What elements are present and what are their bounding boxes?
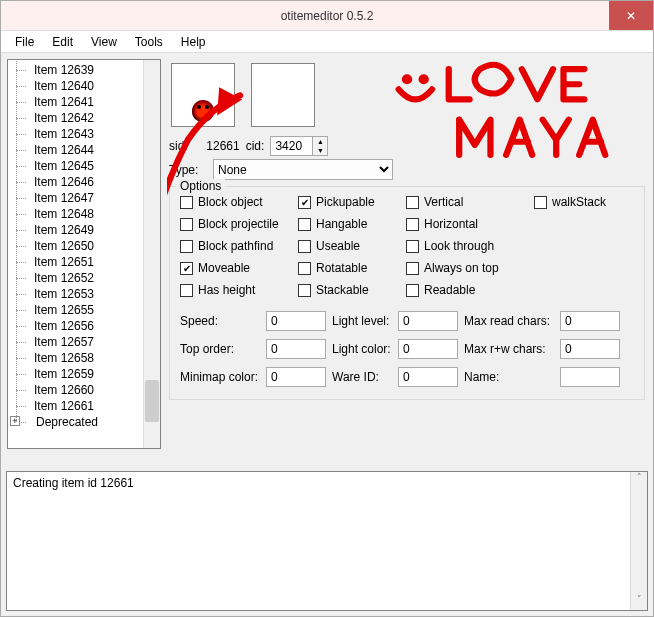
tree-scrollbar[interactable] (143, 60, 160, 448)
tree-item[interactable]: Item 12657 (8, 334, 143, 350)
check-stackable[interactable]: Stackable (298, 283, 398, 297)
tree-item[interactable]: Item 12656 (8, 318, 143, 334)
check-hangable[interactable]: Hangable (298, 217, 398, 231)
sid-value: 12661 (194, 139, 240, 153)
tree-item[interactable]: Item 12647 (8, 190, 143, 206)
check-walkstack[interactable]: walkStack (534, 195, 634, 209)
scroll-up-icon[interactable]: ˄ (631, 472, 647, 488)
tree-item[interactable]: Item 12641 (8, 94, 143, 110)
tree-item[interactable]: Item 12639 (8, 62, 143, 78)
properties-grid: Speed: Light level: Max read chars: Top … (180, 311, 634, 387)
scroll-down-icon[interactable]: ˅ (631, 594, 647, 610)
type-select[interactable]: None (213, 159, 393, 180)
tree-item[interactable]: Item 12658 (8, 350, 143, 366)
sid-cid-row: sid: 12661 cid: ▲▼ (169, 136, 645, 156)
top-order-label: Top order: (180, 342, 260, 356)
menu-file[interactable]: File (7, 33, 42, 51)
item-tree: Item 12639Item 12640Item 12641Item 12642… (7, 59, 161, 449)
tree-item[interactable]: Item 12648 (8, 206, 143, 222)
preview-row (169, 61, 645, 133)
max-read-label: Max read chars: (464, 314, 554, 328)
light-level-input[interactable] (398, 311, 458, 331)
light-color-input[interactable] (398, 339, 458, 359)
cid-label: cid: (246, 139, 265, 153)
menu-bar: File Edit View Tools Help (1, 31, 653, 53)
type-label: Type: (169, 163, 207, 177)
speed-label: Speed: (180, 314, 260, 328)
tree-item[interactable]: Item 12646 (8, 174, 143, 190)
check-moveable[interactable]: ✔Moveable (180, 261, 290, 275)
log-scrollbar[interactable]: ˄ ˅ (630, 472, 647, 610)
tree-viewport[interactable]: Item 12639Item 12640Item 12641Item 12642… (8, 60, 143, 448)
cid-spin-buttons[interactable]: ▲▼ (312, 136, 328, 156)
check-useable[interactable]: Useable (298, 239, 398, 253)
main-split: Item 12639Item 12640Item 12641Item 12642… (1, 53, 653, 469)
cid-spinner[interactable]: ▲▼ (270, 136, 328, 156)
item-sprite-icon (192, 100, 214, 122)
check-pickupable[interactable]: ✔Pickupable (298, 195, 398, 209)
menu-help[interactable]: Help (173, 33, 214, 51)
title-bar: otitemeditor 0.5.2 ✕ (1, 1, 653, 31)
tree-item[interactable]: Item 12655 (8, 302, 143, 318)
minimap-input[interactable] (266, 367, 326, 387)
menu-view[interactable]: View (83, 33, 125, 51)
check-rotatable[interactable]: Rotatable (298, 261, 398, 275)
tree-item[interactable]: Item 12642 (8, 110, 143, 126)
tree-item[interactable]: Item 12652 (8, 270, 143, 286)
minimap-label: Minimap color: (180, 370, 260, 384)
check-block-object[interactable]: Block object (180, 195, 290, 209)
sprite-preview-1 (171, 63, 235, 127)
tree-item[interactable]: Item 12643 (8, 126, 143, 142)
check-always-on-top[interactable]: Always on top (406, 261, 526, 275)
app-window: otitemeditor 0.5.2 ✕ File Edit View Tool… (0, 0, 654, 617)
sid-label: sid: (169, 139, 188, 153)
tree-scroll-thumb[interactable] (145, 380, 159, 422)
tree-item[interactable]: Item 12649 (8, 222, 143, 238)
tree-item-deprecated[interactable]: +Deprecated (8, 414, 143, 430)
check-look-through[interactable]: Look through (406, 239, 526, 253)
expand-icon[interactable]: + (10, 416, 20, 426)
max-rw-input[interactable] (560, 339, 620, 359)
tree-item[interactable]: Item 12651 (8, 254, 143, 270)
menu-tools[interactable]: Tools (127, 33, 171, 51)
top-order-input[interactable] (266, 339, 326, 359)
ware-input[interactable] (398, 367, 458, 387)
log-panel: Creating item id 12661 ˄ ˅ (6, 471, 648, 611)
window-title: otitemeditor 0.5.2 (281, 9, 374, 23)
close-icon: ✕ (626, 9, 636, 23)
light-color-label: Light color: (332, 342, 392, 356)
tree-item[interactable]: Item 12645 (8, 158, 143, 174)
name-label: Name: (464, 370, 554, 384)
type-row: Type: None (169, 159, 645, 180)
cid-input[interactable] (270, 136, 312, 156)
tree-item[interactable]: Item 12660 (8, 382, 143, 398)
check-block-projectile[interactable]: Block projectile (180, 217, 290, 231)
options-legend: Options (176, 179, 225, 193)
max-rw-label: Max r+w chars: (464, 342, 554, 356)
tree-item[interactable]: Item 12644 (8, 142, 143, 158)
sprite-preview-2 (251, 63, 315, 127)
tree-item[interactable]: Item 12650 (8, 238, 143, 254)
client-area: Item 12639Item 12640Item 12641Item 12642… (1, 53, 653, 616)
menu-edit[interactable]: Edit (44, 33, 81, 51)
options-grid: Block object ✔Pickupable Vertical walkSt… (180, 195, 634, 297)
max-read-input[interactable] (560, 311, 620, 331)
check-has-height[interactable]: Has height (180, 283, 290, 297)
speed-input[interactable] (266, 311, 326, 331)
tree-item[interactable]: Item 12653 (8, 286, 143, 302)
light-level-label: Light level: (332, 314, 392, 328)
tree-item[interactable]: Item 12659 (8, 366, 143, 382)
check-vertical[interactable]: Vertical (406, 195, 526, 209)
check-block-pathfind[interactable]: Block pathfind (180, 239, 290, 253)
check-readable[interactable]: Readable (406, 283, 526, 297)
check-horizontal[interactable]: Horizontal (406, 217, 526, 231)
options-fieldset: Options Block object ✔Pickupable Vertica… (169, 186, 645, 400)
ware-label: Ware ID: (332, 370, 392, 384)
details-panel: sid: 12661 cid: ▲▼ Type: None Options (167, 59, 647, 463)
name-input[interactable] (560, 367, 620, 387)
tree-item[interactable]: Item 12661 (8, 398, 143, 414)
log-text: Creating item id 12661 (13, 476, 134, 490)
close-button[interactable]: ✕ (609, 1, 653, 30)
tree-item[interactable]: Item 12640 (8, 78, 143, 94)
